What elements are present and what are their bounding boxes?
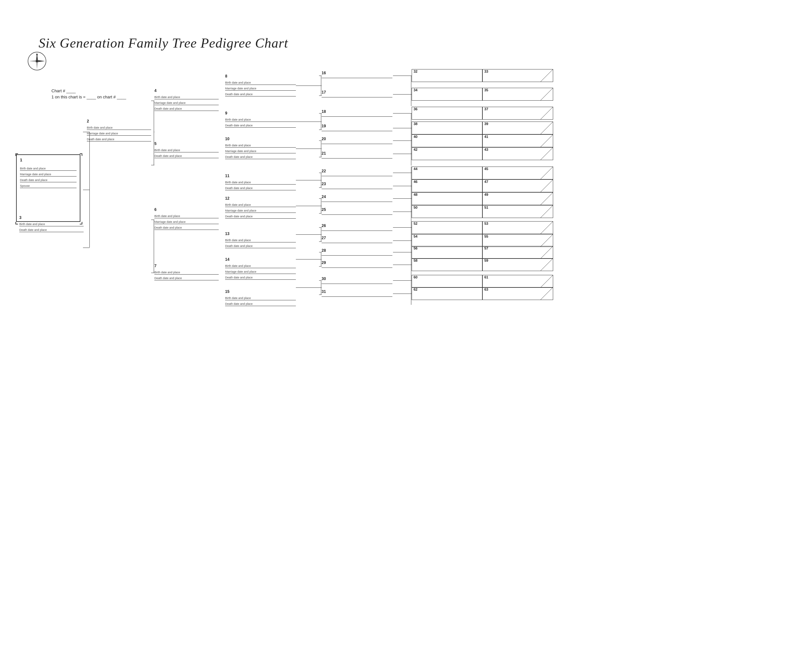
h-p10-20: [296, 148, 322, 149]
p14-birth-label: Birth date and place: [225, 264, 296, 267]
p45-box: 45: [482, 166, 553, 179]
p51-box: 51: [482, 205, 553, 218]
p23-num: 23: [322, 182, 392, 186]
p2-death-line: [87, 141, 151, 142]
svg-line-22: [540, 275, 553, 288]
p14-num: 14: [225, 257, 296, 262]
h-3-7: [151, 272, 154, 273]
p12-death-line: [225, 218, 296, 219]
p5-birth-line: [154, 152, 219, 152]
p4-death-label: Death date and place: [154, 107, 219, 110]
person-12: 12 Birth date and place Marriage date an…: [225, 196, 296, 219]
p4-num: 4: [154, 88, 219, 93]
p26-num: 26: [322, 223, 392, 228]
person-15: 15 Birth date and place Death date and p…: [225, 289, 296, 307]
p62-box: 62: [412, 287, 482, 300]
p4-birth-line: [154, 99, 219, 99]
p37-num: 37: [483, 107, 490, 112]
person-17: 17: [322, 90, 392, 98]
p46-box: 46: [412, 179, 482, 192]
h-p12-24: [296, 206, 322, 206]
h-p13-26: [296, 234, 322, 235]
p62-num: 62: [412, 287, 419, 292]
h-p8-16: [296, 85, 322, 86]
p38-num: 38: [412, 121, 419, 127]
svg-line-23: [540, 287, 553, 300]
p13-death-line: [225, 248, 296, 248]
p35-box: 35: [482, 88, 553, 101]
p56-box: 56: [412, 246, 482, 259]
p29-num: 29: [322, 261, 392, 265]
h-p28-56: [393, 252, 412, 253]
h-16: [319, 75, 322, 76]
p16-num: 16: [322, 71, 392, 75]
p42-num: 42: [412, 147, 419, 152]
p47-box: 47: [482, 179, 553, 192]
p11-death-label: Death date and place: [225, 186, 296, 190]
h-1-23: [83, 190, 90, 190]
p13-birth-label: Birth date and place: [225, 238, 296, 242]
p30-num: 30: [322, 277, 392, 281]
person-3: 3 Birth date and place Death date and pl…: [19, 215, 83, 233]
p12-num: 12: [225, 196, 296, 201]
p6-birth-label: Birth date and place: [154, 214, 219, 218]
p40-num: 40: [412, 134, 419, 140]
p32-num: 32: [412, 69, 419, 74]
p10-num: 10: [225, 137, 296, 141]
person-29: 29: [322, 261, 392, 268]
bracket-tl: [15, 153, 18, 156]
p10-marriage-label: Marriage date and place: [225, 150, 296, 153]
h-2-5: [151, 165, 154, 165]
p14-death-label: Death date and place: [225, 276, 296, 279]
person-8: 8 Birth date and place Marriage date and…: [225, 74, 296, 97]
p34-num: 34: [412, 87, 419, 93]
p53-num: 53: [483, 221, 490, 226]
p49-box: 49: [482, 192, 553, 205]
p10-death-label: Death date and place: [225, 155, 296, 158]
chart-container: Six Generation Family Tree Pedigree Char…: [13, 32, 791, 643]
p8-marriage-line: [225, 90, 296, 91]
p12-birth-label: Birth date and place: [225, 203, 296, 206]
person-18: 18: [322, 109, 392, 117]
p52-num: 52: [412, 220, 419, 226]
p2-marriage-label: Marriage date and place: [87, 132, 151, 135]
p6-death-label: Death date and place: [154, 226, 219, 229]
person-31: 31: [322, 289, 392, 297]
chart-info: Chart # ____ 1 on this chart is = ____ o…: [51, 88, 126, 99]
p4-birth-label: Birth date and place: [154, 96, 219, 99]
person-5: 5 Birth date and place Death date and pl…: [154, 142, 219, 159]
p19-num: 19: [322, 124, 392, 128]
h-p25-50: [393, 212, 412, 212]
p56-num: 56: [412, 245, 419, 251]
p13-num: 13: [225, 232, 296, 236]
p10-marriage-line: [225, 153, 296, 153]
p6-death-line: [154, 230, 219, 230]
h-p19-38: [393, 128, 412, 128]
person-13: 13 Birth date and place Death date and p…: [225, 232, 296, 249]
svg-line-18: [540, 222, 553, 234]
h-p16-32: [393, 75, 412, 76]
h-25: [319, 213, 322, 214]
h-21: [319, 157, 322, 157]
p8-marriage-label: Marriage date and place: [225, 87, 296, 90]
h-1-2: [83, 132, 90, 132]
p2-num: 2: [87, 119, 151, 124]
p1-marriage-line: [20, 176, 77, 176]
p1-death-label: Death date and place: [20, 178, 77, 182]
p8-death-label: Death date and place: [225, 93, 296, 96]
p15-num: 15: [225, 289, 296, 294]
p10-birth-label: Birth date and place: [225, 144, 296, 147]
svg-text:N: N: [36, 53, 38, 55]
h-p29-58: [393, 264, 412, 265]
p2-marriage-line: [87, 135, 151, 136]
p8-death-line: [225, 96, 296, 96]
bracket-bl: [15, 222, 18, 224]
p14-marriage-line: [225, 274, 296, 274]
svg-line-17: [540, 206, 553, 218]
person-10: 10 Birth date and place Marriage date an…: [225, 137, 296, 160]
person-14: 14 Birth date and place Marriage date an…: [225, 257, 296, 281]
p41-box: 41: [482, 134, 553, 147]
p33-box: 33: [482, 69, 553, 82]
p58-box: 58: [412, 258, 482, 271]
h-p14-28: [296, 259, 322, 259]
